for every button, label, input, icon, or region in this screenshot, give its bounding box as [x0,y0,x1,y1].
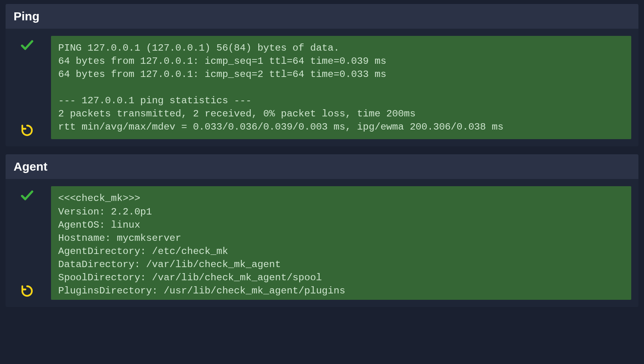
terminal-output[interactable]: <<<check_mk>>> Version: 2.2.0p1 AgentOS:… [51,186,631,300]
terminal-output[interactable]: PING 127.0.0.1 (127.0.0.1) 56(84) bytes … [51,36,631,139]
status-column [14,186,40,300]
status-column [14,36,40,139]
panel-body: PING 127.0.0.1 (127.0.0.1) 56(84) bytes … [6,29,638,146]
panel-agent: Agent <<<check_mk>>> Version: 2.2.0p1 Ag… [6,154,638,307]
panel-body: <<<check_mk>>> Version: 2.2.0p1 AgentOS:… [6,179,638,307]
panel-ping: Ping PING 127.0.0.1 (127.0.0.1) 56(84) b… [6,4,638,146]
status-ok-icon [20,188,35,205]
reload-icon[interactable] [21,124,33,138]
panel-title: Ping [6,4,638,29]
reload-icon[interactable] [21,285,33,299]
panel-title: Agent [6,154,638,179]
status-ok-icon [20,37,35,54]
